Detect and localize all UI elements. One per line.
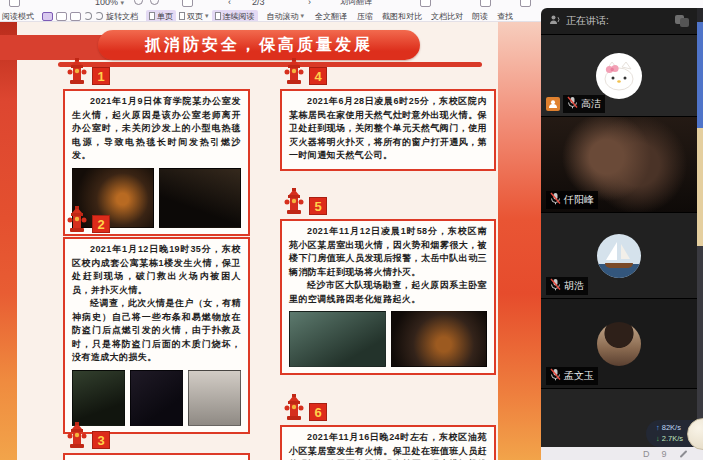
participant-name: 孟文玉 bbox=[564, 370, 594, 382]
screenshot-compare-button[interactable]: 截图和对比 bbox=[382, 11, 422, 22]
rotate-doc-button[interactable]: 旋转文档 bbox=[106, 11, 138, 22]
case-text: 2021年6月28日凌晨6时25分，东校区院内某栋居民在家使用天然气灶时意外出现… bbox=[289, 95, 487, 163]
scan-edge-left bbox=[0, 22, 17, 460]
next-page-button[interactable]: › bbox=[308, 0, 311, 9]
download-arrow-icon: ↓ bbox=[656, 433, 660, 444]
pen-icon[interactable] bbox=[679, 450, 687, 458]
section-box: 2021年11月16日晚24时左右，东校区油苑小区某居室发生有火情。保卫处在班值… bbox=[280, 425, 496, 460]
doc-compare-button[interactable]: 文档比对 bbox=[431, 11, 463, 22]
section-head: 1 bbox=[67, 58, 250, 88]
mic-muted-icon bbox=[550, 278, 561, 294]
participant-name: 仟阳峰 bbox=[564, 194, 594, 206]
fire-hydrant-icon bbox=[284, 394, 304, 424]
mic-muted-icon bbox=[550, 192, 561, 208]
fire-case-2: 2 2021年1月12日晚19时35分，东校区校内成套公寓某栋1楼发生火情，保卫… bbox=[63, 206, 250, 434]
case-photo bbox=[391, 311, 488, 367]
fire-hydrant-icon bbox=[67, 58, 87, 88]
layout-switch-icon[interactable] bbox=[675, 15, 689, 27]
speaking-label: 正在讲话: bbox=[566, 14, 609, 28]
fire-hydrant-icon bbox=[67, 422, 87, 452]
fire-hydrant-icon bbox=[284, 58, 304, 88]
participant-name-row: 胡浩 bbox=[546, 277, 588, 295]
auto-scroll-button[interactable]: 自动滚动▾ bbox=[264, 10, 308, 23]
taskbar-icon[interactable]: 9 bbox=[662, 449, 667, 459]
double-page-icon bbox=[179, 12, 185, 20]
section-number-badge: 6 bbox=[309, 403, 327, 421]
zoom-in-icon[interactable] bbox=[150, 0, 159, 5]
fire-case-4: 4 2021年6月28日凌晨6时25分，东校区院内某栋居民在家使用天然气灶时意外… bbox=[280, 58, 496, 171]
avatar bbox=[597, 322, 641, 366]
section-head: 5 bbox=[284, 188, 496, 218]
panel-header: 正在讲话: bbox=[541, 8, 697, 34]
participant-name-row: 高洁 bbox=[546, 95, 605, 113]
doc-compare-icon[interactable] bbox=[480, 0, 491, 7]
section-number-badge: 5 bbox=[309, 197, 327, 215]
rotate-left-icon[interactable] bbox=[84, 12, 92, 20]
pages-icon[interactable] bbox=[182, 0, 193, 7]
full-translate-button[interactable]: 全文翻译 bbox=[315, 11, 347, 22]
case-photo bbox=[188, 370, 241, 426]
continuous-icon bbox=[215, 12, 221, 20]
participant-name: 胡浩 bbox=[564, 280, 584, 292]
video-tile[interactable]: 高洁 bbox=[541, 34, 697, 116]
bg-swatch-icon[interactable] bbox=[42, 12, 53, 21]
meeting-panel: 正在讲话: 高洁 仟阳峰 bbox=[541, 8, 697, 447]
section-box: 2021年6月28日凌晨6时25分，东校区院内某栋居民在家使用天然气灶时意外出现… bbox=[280, 89, 496, 171]
prev-page-button[interactable]: ‹ bbox=[228, 0, 231, 9]
find-button[interactable]: 查找 bbox=[497, 11, 513, 22]
section-box: 2021年4月15日16时15分，东校区院 bbox=[63, 453, 250, 460]
case-photos bbox=[72, 370, 241, 426]
rotate-right-icon[interactable] bbox=[95, 12, 103, 20]
double-page-button[interactable]: 双页▾ bbox=[176, 10, 212, 23]
section-head: 4 bbox=[284, 58, 496, 88]
compress-button[interactable]: 压缩 bbox=[357, 11, 373, 22]
read-mode-button[interactable]: 阅读模式 bbox=[2, 11, 34, 22]
page-indicator: 2/3 bbox=[252, 0, 265, 9]
bg-swatch-icon[interactable] bbox=[56, 12, 67, 21]
video-tile[interactable]: 仟阳峰 bbox=[541, 116, 697, 212]
sidebar-toggle-icon[interactable] bbox=[9, 0, 20, 7]
case-photo bbox=[289, 311, 386, 367]
bg-swatch-icon[interactable] bbox=[70, 12, 81, 21]
upload-arrow-icon: ↑ bbox=[656, 422, 660, 433]
section-number-badge: 2 bbox=[92, 215, 110, 233]
case-text: 2021年1月12日晚19时35分，东校区校内成套公寓某栋1楼发生火情，保卫处赶… bbox=[72, 243, 241, 297]
read-aloud-icon[interactable] bbox=[520, 0, 531, 7]
scrollbar[interactable] bbox=[697, 8, 703, 447]
case-text: 2021年11月16日晚24时左右，东校区油苑小区某居室发生有火情。保卫处在班值… bbox=[289, 431, 487, 460]
zoom-out-icon[interactable] bbox=[134, 0, 143, 5]
mic-muted-icon bbox=[550, 368, 561, 384]
page-title: 抓消防安全，保高质量发展 bbox=[98, 30, 420, 60]
video-tile[interactable]: 孟文玉 bbox=[541, 298, 697, 388]
speaker-icon bbox=[549, 14, 561, 28]
fire-case-5: 5 2021年11月12日凌晨1时58分，东校区南苑小区某居室出现火情，因火势和… bbox=[280, 188, 496, 375]
scrollbar-segment bbox=[697, 246, 703, 447]
screen: 100% ▾ ‹ 2/3 › 划词翻译 阅读模式 旋转文档 单页 双页▾ 连续阅… bbox=[0, 0, 703, 460]
taskbar-icon[interactable]: D bbox=[643, 449, 650, 459]
zoom-level-dropdown[interactable]: 100% ▾ bbox=[95, 0, 124, 10]
host-icon bbox=[546, 97, 560, 111]
continuous-read-button[interactable]: 连续阅读 bbox=[212, 10, 258, 23]
fire-case-6: 6 2021年11月16日晚24时左右，东校区油苑小区某居室发生有火情。保卫处在… bbox=[280, 394, 496, 460]
avatar bbox=[596, 53, 642, 99]
section-number-badge: 4 bbox=[309, 67, 327, 85]
video-tile[interactable]: 胡浩 bbox=[541, 212, 697, 298]
section-box: 2021年1月12日晚19时35分，东校区校内成套公寓某栋1楼发生火情，保卫处赶… bbox=[63, 237, 250, 434]
section-head: 3 bbox=[67, 422, 250, 452]
avatar bbox=[597, 234, 641, 278]
case-photo bbox=[72, 370, 125, 426]
case-photos bbox=[289, 311, 487, 367]
participant-name: 高洁 bbox=[581, 98, 601, 110]
fire-case-3: 3 2021年4月15日16时15分，东校区院 bbox=[63, 422, 250, 460]
single-page-button[interactable]: 单页 bbox=[146, 10, 176, 23]
upload-speed: 82K/s bbox=[662, 422, 681, 433]
section-head: 6 bbox=[284, 394, 496, 424]
case-text: 经沙市区大队现场勘查，起火原因系主卧室里的空调线路因老化短路起火。 bbox=[289, 279, 487, 306]
scrollbar-thumb[interactable] bbox=[697, 22, 703, 128]
scan-edge-right bbox=[498, 22, 541, 460]
download-speed: 2.7K/s bbox=[662, 433, 683, 444]
word-translate-toggle[interactable]: 划词翻译 bbox=[340, 0, 372, 9]
read-aloud-button[interactable]: 朗读 bbox=[472, 11, 488, 22]
case-text: 2021年11月12日凌晨1时58分，东校区南苑小区某居室出现火情，因火势和烟雾… bbox=[289, 225, 487, 279]
screenshot-compare-icon[interactable] bbox=[420, 0, 431, 7]
